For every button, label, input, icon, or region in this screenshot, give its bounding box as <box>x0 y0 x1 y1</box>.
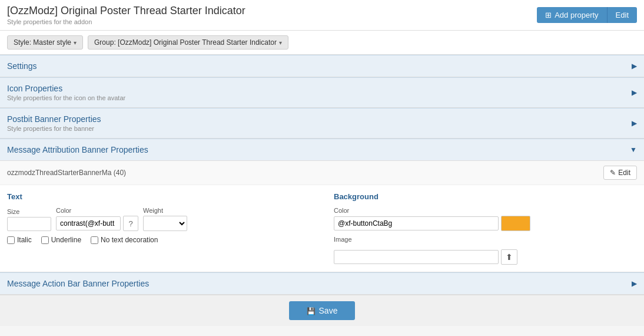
message-action-bar-title: Message Action Bar Banner Properties <box>7 279 149 288</box>
weight-label: Weight <box>143 207 187 214</box>
section-row-bar: ozzmodzThreadStarterBannerMa (40) Edit <box>0 161 644 185</box>
message-action-bar-arrow-icon <box>632 279 637 288</box>
settings-title: Settings <box>7 61 37 71</box>
color-label: Color <box>56 207 138 214</box>
page-footer: Save <box>0 295 644 326</box>
row-edit-button[interactable]: Edit <box>603 166 637 180</box>
bg-image-field: Image <box>334 236 637 265</box>
message-attribution-arrow-icon <box>630 146 637 154</box>
bg-color-input[interactable] <box>334 216 499 230</box>
size-field: Size <box>7 208 51 231</box>
bg-image-label: Image <box>334 236 637 243</box>
message-attribution-title: Message Attribution Banner Properties <box>7 145 148 154</box>
bg-image-input[interactable] <box>334 250 499 264</box>
properties-area: Text Size Color ? <box>0 185 644 272</box>
icon-properties-section-header[interactable]: Icon Properties Style properties for the… <box>0 77 644 107</box>
no-text-deco-checkbox-label[interactable]: No text decoration <box>91 236 158 244</box>
no-text-deco-checkbox[interactable] <box>91 236 98 244</box>
italic-checkbox[interactable] <box>7 236 15 244</box>
text-fields-row: Size Color ? Wei <box>7 207 310 231</box>
italic-checkbox-label[interactable]: Italic <box>7 236 32 244</box>
message-action-bar-section: Message Action Bar Banner Properties <box>0 272 644 295</box>
upload-button[interactable] <box>501 249 517 265</box>
message-attribution-section-header[interactable]: Message Attribution Banner Properties <box>0 139 644 160</box>
color-input[interactable] <box>56 216 121 230</box>
postbit-banner-arrow-icon <box>632 119 637 127</box>
message-attribution-section: Message Attribution Banner Properties oz… <box>0 139 644 272</box>
underline-checkbox-label[interactable]: Underline <box>41 236 81 244</box>
text-group-title: Text <box>7 192 310 201</box>
bg-color-label: Color <box>334 207 637 214</box>
edit-icon <box>610 169 616 177</box>
page-header: [OzzModz] Original Poster Thread Starter… <box>0 0 644 31</box>
bg-color-swatch[interactable] <box>501 216 530 231</box>
underline-checkbox[interactable] <box>41 236 49 244</box>
background-group-title: Background <box>334 192 637 201</box>
weight-field: Weight Bold Normal <box>143 207 187 231</box>
bg-color-field: Color <box>334 207 637 231</box>
size-label: Size <box>7 208 51 215</box>
settings-section: Settings <box>0 55 644 77</box>
message-attribution-expanded: ozzmodzThreadStarterBannerMa (40) Edit T… <box>0 160 644 272</box>
settings-arrow-icon <box>632 62 637 70</box>
chevron-down-icon: ▾ <box>74 39 77 46</box>
page-title: [OzzModz] Original Poster Thread Starter… <box>7 5 245 17</box>
background-group: Background Color Image <box>334 192 637 265</box>
toolbar: Style: Master style ▾ Group: [OzzModz] O… <box>0 31 644 55</box>
save-icon <box>307 306 316 315</box>
section-row-label: ozzmodzThreadStarterBannerMa (40) <box>7 169 126 177</box>
main-content: Settings Icon Properties Style propertie… <box>0 55 644 295</box>
postbit-banner-section-header[interactable]: Postbit Banner Properties Style properti… <box>0 108 644 138</box>
header-left: [OzzModz] Original Poster Thread Starter… <box>7 5 245 25</box>
style-dropdown[interactable]: Style: Master style ▾ <box>7 35 83 50</box>
page-subtitle: Style properties for the addon <box>7 18 245 25</box>
save-button[interactable]: Save <box>289 301 356 320</box>
plus-icon <box>545 11 552 19</box>
size-input[interactable] <box>7 217 51 231</box>
postbit-banner-subtitle: Style properties for the banner <box>7 125 101 132</box>
message-action-bar-section-header[interactable]: Message Action Bar Banner Properties <box>0 272 644 294</box>
add-property-button[interactable]: Add property <box>537 7 606 23</box>
edit-header-button[interactable]: Edit <box>607 7 637 23</box>
checkboxes-row: Italic Underline No text decoration <box>7 236 310 244</box>
icon-properties-title: Icon Properties <box>7 84 125 93</box>
color-field: Color ? <box>56 207 138 231</box>
text-group: Text Size Color ? <box>7 192 310 265</box>
color-question-button[interactable]: ? <box>123 216 138 231</box>
postbit-banner-title: Postbit Banner Properties <box>7 114 101 124</box>
group-dropdown[interactable]: Group: [OzzModz] Original Poster Thread … <box>88 35 288 50</box>
chevron-down-icon: ▾ <box>279 39 282 46</box>
icon-properties-section: Icon Properties Style properties for the… <box>0 77 644 108</box>
settings-section-header[interactable]: Settings <box>0 55 644 77</box>
weight-select[interactable]: Bold Normal <box>143 216 187 231</box>
upload-icon <box>506 252 513 262</box>
header-buttons: Add property Edit <box>537 7 637 23</box>
icon-properties-subtitle: Style properties for the icon on the ava… <box>7 94 125 101</box>
icon-properties-arrow-icon <box>632 88 637 97</box>
postbit-banner-section: Postbit Banner Properties Style properti… <box>0 108 644 139</box>
